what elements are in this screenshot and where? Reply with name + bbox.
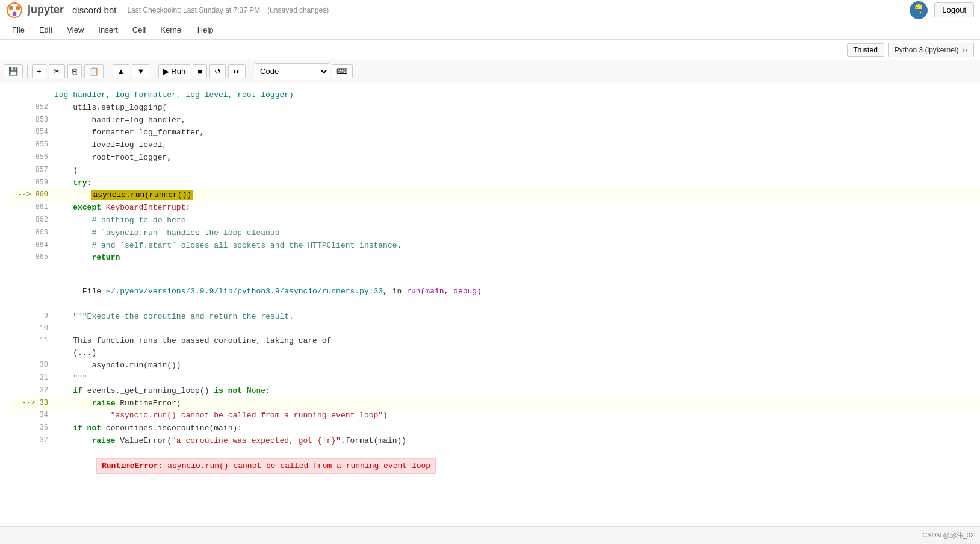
toolbar-separator-3 [154, 65, 154, 78]
title-bar-left: jupyter discord bot Last Checkpoint: Las… [6, 2, 329, 19]
code-line-856: 856 root=root_logger, [12, 152, 980, 164]
tb-line-34: 34 "asyncio.run() cannot be called from … [12, 410, 980, 422]
notebook-name: discord bot [72, 5, 116, 15]
code-line-853: 853 handler=log_handler, [12, 114, 980, 127]
tb-text-30: asyncio.run(main()) [54, 360, 980, 372]
python-logo-icon [909, 1, 928, 20]
save-icon: 💾 [8, 67, 18, 76]
svg-point-6 [920, 11, 922, 13]
status-bar: CSDN @彭伟_02 [0, 526, 980, 544]
move-up-button[interactable]: ▲ [113, 64, 130, 78]
menu-cell[interactable]: Cell [126, 23, 152, 37]
code-line-859: 859 try: [12, 177, 980, 190]
line-text-853: handler=log_handler, [54, 114, 980, 127]
line-num-854: 854 [12, 127, 54, 138]
tb-line-33: --> 33 raise RuntimeError( [12, 398, 980, 410]
tb-text-37: raise ValueError("a coroutine was expect… [54, 435, 980, 448]
line-text-852: utils.setup_logging( [54, 102, 980, 114]
jupyter-logo [6, 2, 23, 19]
menu-bar: File Edit View Insert Cell Kernel Help [0, 20, 980, 40]
menu-edit[interactable]: Edit [33, 23, 58, 37]
menu-view[interactable]: View [61, 23, 90, 37]
tb-num-33-arrow: --> 33 [12, 398, 54, 409]
run-button[interactable]: ▶ Run [158, 64, 190, 78]
svg-point-5 [916, 7, 918, 8]
svg-point-2 [16, 5, 20, 10]
code-line-861: 861 except KeyboardInterrupt: [12, 202, 980, 214]
line-num-853: 853 [12, 114, 54, 126]
trusted-button[interactable]: Trusted [847, 43, 884, 57]
error-message-container: RuntimeError: asyncio.run() cannot be ca… [54, 454, 980, 478]
error-colon: : asyncio.run() cannot be called from a … [158, 461, 430, 471]
line-num-861: 861 [12, 202, 54, 213]
tb-line-11: 11 This function runs the passed corouti… [12, 335, 980, 348]
tb-text-9: """Execute the coroutine and return the … [54, 311, 980, 324]
add-cell-button[interactable]: + [32, 64, 46, 78]
toolbar: 💾 + ✂ ⎘ 📋 ▲ ▼ ▶ Run ■ ↺ ⏭ Code Markdown … [0, 60, 980, 83]
menu-help[interactable]: Help [191, 23, 220, 37]
line-text-857: ) [54, 164, 980, 177]
tb-line-31: 31 """ [12, 372, 980, 385]
line-text-865: return [54, 252, 980, 264]
paste-button[interactable]: 📋 [84, 64, 104, 78]
cell-type-select[interactable]: Code Markdown Raw NBConvert Heading [255, 63, 329, 80]
run-label: Run [171, 67, 185, 76]
logout-button[interactable]: Logout [934, 2, 974, 17]
line-text-860: asyncio.run(runner()) [54, 189, 980, 202]
menu-kernel[interactable]: Kernel [154, 23, 189, 37]
unsaved-changes: (unsaved changes) [267, 6, 329, 14]
tb-num-11: 11 [12, 335, 54, 346]
code-import-line: log_handler, log_formatter, log_level, r… [12, 89, 980, 102]
plus-icon: + [37, 67, 42, 76]
traceback-file-line: File ~/.pyenv/versions/3.9.9/lib/python3… [12, 273, 980, 310]
tb-line-36: 36 if not coroutines.iscoroutine(main): [12, 422, 980, 435]
arrow-down-icon: ▼ [137, 67, 144, 76]
cut-button[interactable]: ✂ [49, 64, 65, 78]
tb-num-30: 30 [12, 360, 54, 371]
kernel-info-label: Python 3 (ipykernel) [895, 46, 959, 54]
traceback-lines-section: 9 """Execute the coroutine and return th… [12, 311, 980, 448]
restart-button[interactable]: ↺ [209, 64, 226, 78]
arrow-up-icon: ▲ [117, 67, 125, 76]
checkpoint-info: Last Checkpoint: Last Sunday at 7:37 PM [127, 6, 260, 14]
code-line-860: --> 860 asyncio.run(runner()) [12, 189, 980, 202]
copy-button[interactable]: ⎘ [67, 64, 82, 78]
restart-run-button[interactable]: ⏭ [228, 64, 246, 78]
tb-num-32: 32 [12, 385, 54, 396]
svg-point-4 [910, 1, 928, 19]
menu-insert[interactable]: Insert [92, 23, 124, 37]
line-text-855: level=log_level, [54, 139, 980, 152]
error-type: RuntimeError [102, 461, 158, 471]
tb-num-9: 9 [12, 311, 54, 322]
kernel-bar: Trusted Python 3 (ipykernel) ○ [0, 40, 980, 60]
line-num-862: 862 [12, 214, 54, 226]
keyboard-icon: ⌨ [336, 67, 348, 76]
stop-button[interactable]: ■ [193, 64, 207, 78]
code-line-852: 852 utils.setup_logging( [12, 102, 980, 114]
tb-text-31: """ [54, 372, 980, 385]
tb-line-ellipsis: (...) [12, 347, 980, 360]
tb-line-37: 37 raise ValueError("a coroutine was exp… [12, 435, 980, 448]
line-text-863: # `asyncio.run` handles the loop cleanup [54, 227, 980, 240]
toolbar-separator-4 [250, 65, 250, 78]
scissors-icon: ✂ [54, 67, 60, 76]
title-bar-right: Logout [909, 1, 974, 20]
line-text-864: # and `self.start` closes all sockets an… [54, 240, 980, 252]
line-num-864: 864 [12, 240, 54, 251]
tb-text-11: This function runs the passed coroutine,… [54, 335, 980, 348]
line-num-865: 865 [12, 252, 54, 263]
move-down-button[interactable]: ▼ [132, 64, 149, 78]
error-message-box: RuntimeError: asyncio.run() cannot be ca… [96, 458, 436, 474]
menu-file[interactable]: File [6, 23, 31, 37]
run-icon: ▶ [163, 67, 169, 76]
line-num-863: 863 [12, 227, 54, 239]
restart-icon: ↺ [214, 67, 221, 76]
jupyter-icon [6, 2, 23, 19]
line-text-854: formatter=log_formatter, [54, 127, 980, 139]
line-num-860-arrow: --> 860 [12, 189, 54, 201]
save-button[interactable]: 💾 [4, 64, 23, 78]
keyboard-button[interactable]: ⌨ [332, 64, 353, 78]
toolbar-separator-2 [108, 65, 108, 78]
tb-line-30: 30 asyncio.run(main()) [12, 360, 980, 372]
import-line-text: log_handler, log_formatter, log_level, r… [54, 89, 980, 102]
